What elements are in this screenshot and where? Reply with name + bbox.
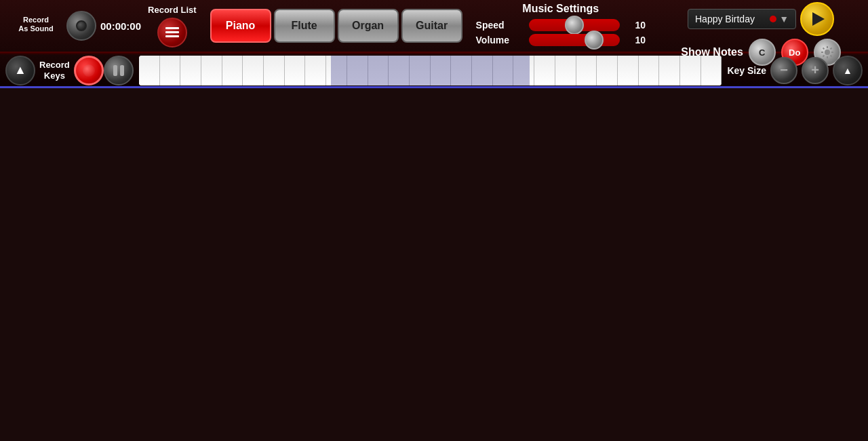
scroll-right-button[interactable]: ▲ [833, 56, 863, 85]
song-row: Happy Birtday ▼ [688, 2, 834, 36]
recording-indicator [770, 16, 776, 22]
speed-knob[interactable] [565, 16, 584, 35]
mini-keyboard [139, 56, 722, 85]
piano-tab[interactable]: Piano [210, 9, 271, 43]
record-line1: Record [23, 16, 49, 24]
organ-tab[interactable]: Organ [338, 9, 399, 43]
record-list-button[interactable] [157, 18, 187, 47]
volume-knob[interactable] [585, 31, 604, 50]
record-keys-icon [83, 64, 95, 77]
volume-slider-track[interactable] [529, 34, 620, 46]
record-line2: As Sound [18, 24, 53, 33]
volume-label: Volume [476, 35, 524, 45]
record-button-inner [76, 20, 87, 31]
music-settings-title: Music Settings [522, 3, 599, 15]
svg-rect-2 [165, 35, 179, 37]
keys-bar: ▲ RecordKeys Key Size − + ▲ [0, 53, 868, 88]
dropdown-arrow-icon: ▼ [779, 14, 789, 24]
instrument-tabs: Piano Flute Organ Guitar [210, 9, 462, 43]
record-list-label: Record List [148, 5, 197, 15]
pause-button[interactable] [104, 56, 134, 85]
speed-row: Speed 10 [476, 19, 646, 31]
list-icon [164, 26, 180, 39]
play-button[interactable] [800, 2, 834, 36]
svg-line-10 [830, 48, 831, 50]
svg-rect-0 [165, 27, 179, 29]
song-dropdown[interactable]: Happy Birtday ▼ [688, 9, 796, 29]
pause-bar-left [113, 65, 117, 76]
key-size-increase-button[interactable]: + [802, 57, 829, 84]
scroll-left-button[interactable]: ▲ [5, 56, 35, 85]
svg-point-3 [825, 50, 830, 55]
record-as-sound-section: Record As Sound [5, 16, 66, 36]
svg-rect-1 [165, 31, 179, 33]
record-keys-button[interactable] [74, 56, 104, 85]
top-bar: Record As Sound 00:00:00 Record List Pia… [0, 0, 868, 53]
svg-line-8 [823, 48, 824, 50]
pause-bar-right [120, 65, 124, 76]
record-list-section: Record List [148, 5, 197, 47]
record-keys-label: RecordKeys [39, 60, 70, 81]
record-as-sound-label: Record As Sound [18, 16, 53, 33]
music-settings-section: Music Settings Speed 10 Volume 10 [462, 3, 659, 49]
play-icon [812, 12, 825, 26]
key-size-label: Key Size [727, 65, 766, 76]
volume-row: Volume 10 [476, 34, 646, 46]
key-size-decrease-button[interactable]: − [770, 57, 797, 84]
speed-slider-track[interactable] [529, 19, 620, 31]
key-size-section: Key Size − + ▲ [727, 56, 863, 85]
flute-tab[interactable]: Flute [274, 9, 335, 43]
record-as-sound-button[interactable] [66, 11, 96, 41]
guitar-tab[interactable]: Guitar [401, 9, 462, 43]
speed-label: Speed [476, 20, 524, 31]
timer-display: 00:00:00 [100, 20, 141, 32]
volume-value: 10 [625, 35, 646, 45]
song-name: Happy Birtday [695, 14, 755, 24]
speed-value: 10 [625, 20, 646, 31]
